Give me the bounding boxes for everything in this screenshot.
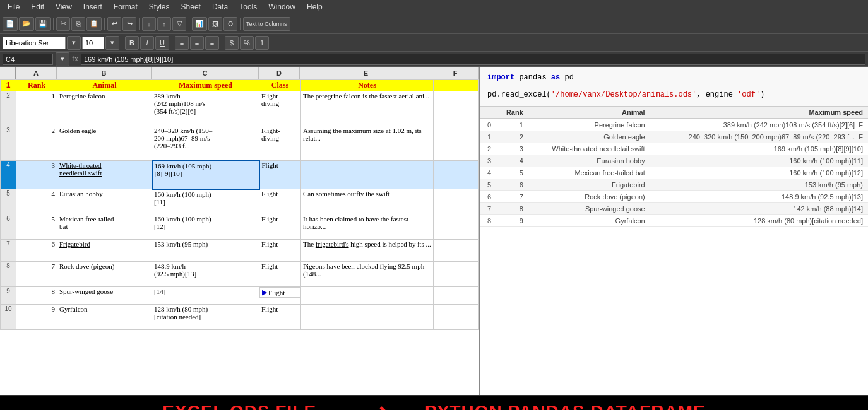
align-right-btn[interactable]: ≡	[205, 36, 219, 50]
cell-b1[interactable]: Animal	[57, 80, 152, 91]
col-header-d[interactable]: D	[259, 67, 300, 79]
align-center-btn[interactable]: ≡	[190, 36, 204, 50]
menu-insert[interactable]: Insert	[78, 1, 107, 13]
filter-btn[interactable]: ▽	[172, 17, 186, 31]
cell-e1[interactable]: Notes	[301, 80, 434, 91]
underline-btn[interactable]: U	[155, 36, 169, 50]
insert-img-btn[interactable]: 🖼	[208, 17, 222, 31]
menu-view[interactable]: View	[51, 1, 77, 13]
cell-c6[interactable]: 160 km/h (100 mph)[12]	[152, 214, 259, 240]
cell-reference-input[interactable]	[3, 54, 53, 65]
cell-b5[interactable]: Eurasian hobby	[57, 189, 152, 214]
text-to-cols-btn[interactable]: Text to Columns	[243, 17, 290, 31]
cell-b4[interactable]: White-throatedneedletail swift	[57, 161, 152, 189]
cell-f8[interactable]	[434, 262, 479, 287]
save-btn[interactable]: 💾	[35, 17, 51, 31]
menu-edit[interactable]: Edit	[26, 1, 49, 13]
menu-data[interactable]: Data	[207, 1, 233, 13]
cell-a6[interactable]: 5	[16, 214, 57, 240]
menu-file[interactable]: File	[3, 1, 25, 13]
cell-d8[interactable]: Flight	[259, 262, 301, 287]
menu-format[interactable]: Format	[109, 1, 143, 13]
menu-window[interactable]: Window	[263, 1, 300, 13]
cell-e8[interactable]: Pigeons have been clocked flying 92.5 mp…	[301, 262, 434, 287]
cell-d9[interactable]: ▶Flight	[259, 287, 300, 298]
cell-e4[interactable]	[301, 161, 434, 189]
cell-b7[interactable]: Frigatebird	[57, 240, 152, 262]
cell-e6[interactable]: It has been claimed to have the fastest …	[301, 214, 434, 240]
cell-a5[interactable]: 4	[16, 189, 57, 214]
cell-b8[interactable]: Rock dove (pigeon)	[57, 262, 152, 287]
sort-desc-btn[interactable]: ↑	[157, 17, 171, 31]
cell-b3[interactable]: Golden eagle	[57, 126, 152, 161]
cell-f4[interactable]	[434, 161, 479, 189]
cell-d6[interactable]: Flight	[259, 214, 301, 240]
cell-e2[interactable]: The peregrine falcon is the fastest aeri…	[301, 91, 434, 126]
cell-c5[interactable]: 160 km/h (100 mph)[11]	[152, 189, 259, 214]
cell-d7[interactable]: Flight	[259, 240, 301, 262]
paste-btn[interactable]: 📋	[86, 17, 102, 31]
cell-a4[interactable]: 3	[16, 161, 57, 189]
font-size-input[interactable]	[82, 37, 104, 49]
omega-btn[interactable]: Ω	[223, 17, 237, 31]
cell-a7[interactable]: 6	[16, 240, 57, 262]
cell-b2[interactable]: Peregrine falcon	[57, 91, 152, 126]
cell-a10[interactable]: 9	[16, 305, 57, 330]
font-size-dropdown[interactable]: ▾	[105, 36, 119, 50]
cell-b6[interactable]: Mexican free-tailedbat	[57, 214, 152, 240]
cell-a1[interactable]: Rank	[16, 80, 57, 91]
cell-a3[interactable]: 2	[16, 126, 57, 161]
cell-e9[interactable]	[301, 287, 434, 305]
cell-b10[interactable]: Gyrfalcon	[57, 305, 152, 330]
italic-btn[interactable]: I	[140, 36, 154, 50]
open-btn[interactable]: 📂	[19, 17, 34, 31]
cell-e5[interactable]: Can sometimes outfly the swift	[301, 189, 434, 214]
formula-expand-btn[interactable]: ▾	[56, 52, 69, 66]
cell-c7[interactable]: 153 km/h (95 mph)	[152, 240, 259, 262]
cell-c4[interactable]: 169 km/h (105 mph)[8][9][10]	[152, 161, 259, 189]
col-header-b[interactable]: B	[57, 67, 152, 79]
cell-d5[interactable]: Flight	[259, 189, 301, 214]
col-header-f[interactable]: F	[432, 67, 479, 79]
redo-btn[interactable]: ↪	[122, 17, 136, 31]
cell-d1[interactable]: Class	[259, 80, 301, 91]
cell-d3[interactable]: Flight-diving	[259, 126, 301, 161]
menu-sheet[interactable]: Sheet	[176, 1, 206, 13]
font-name-input[interactable]	[3, 37, 66, 49]
cell-c2[interactable]: 389 km/h(242 mph)108 m/s(354 ft/s)[2][6]	[152, 91, 259, 126]
cell-b9[interactable]: Spur-winged goose	[57, 287, 152, 305]
cut-btn[interactable]: ✂	[56, 17, 70, 31]
cell-f3[interactable]	[434, 126, 479, 161]
cell-a2[interactable]: 1	[16, 91, 57, 126]
cell-c3[interactable]: 240–320 km/h (150–200 mph)67–89 m/s(220–…	[152, 126, 259, 161]
undo-btn[interactable]: ↩	[107, 17, 121, 31]
menu-help[interactable]: Help	[302, 1, 328, 13]
cell-d4[interactable]: Flight	[259, 161, 301, 189]
cell-f6[interactable]	[434, 214, 479, 240]
number-btn[interactable]: 1	[255, 36, 269, 50]
formula-input[interactable]	[81, 54, 865, 65]
cell-e3[interactable]: Assuming the maximum size at 1.02 m, its…	[301, 126, 434, 161]
col-header-e[interactable]: E	[300, 67, 432, 79]
cell-d2[interactable]: Flight-diving	[259, 91, 301, 126]
cell-c9[interactable]: [14]	[152, 287, 259, 305]
menu-tools[interactable]: Tools	[234, 1, 262, 13]
copy-btn[interactable]: ⎘	[71, 17, 85, 31]
col-header-c[interactable]: C	[152, 67, 259, 79]
cell-f2[interactable]	[434, 91, 479, 126]
cell-d10[interactable]: Flight	[259, 305, 301, 330]
cell-e7[interactable]: The frigatebird's high speed is helped b…	[301, 240, 434, 262]
cell-a9[interactable]: 8	[16, 287, 57, 305]
new-btn[interactable]: 📄	[3, 17, 18, 31]
sort-asc-btn[interactable]: ↓	[142, 17, 156, 31]
cell-f10[interactable]	[434, 305, 479, 330]
cell-e10[interactable]	[301, 305, 434, 330]
cell-c8[interactable]: 148.9 km/h(92.5 mph)[13]	[152, 262, 259, 287]
col-header-a[interactable]: A	[16, 67, 57, 79]
menu-styles[interactable]: Styles	[144, 1, 175, 13]
chart-btn[interactable]: 📊	[192, 17, 207, 31]
currency-btn[interactable]: $	[225, 36, 239, 50]
cell-c10[interactable]: 128 km/h (80 mph)[citation needed]	[152, 305, 259, 330]
bold-btn[interactable]: B	[125, 36, 139, 50]
cell-f1[interactable]	[434, 80, 479, 91]
